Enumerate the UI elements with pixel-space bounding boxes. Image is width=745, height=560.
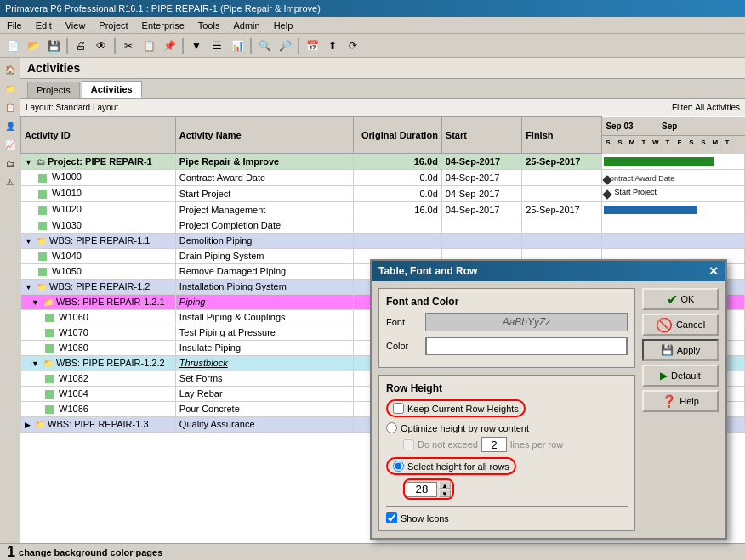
sidebar-wbs-icon[interactable]: 🗂 xyxy=(2,155,19,172)
cell-activity-id: W1030 xyxy=(21,218,176,233)
toolbar-zoom-out-btn[interactable]: 🔎 xyxy=(276,37,294,55)
expand-icon-wbs122[interactable]: ▼ xyxy=(31,359,39,368)
cell-duration xyxy=(354,233,442,248)
help-button[interactable]: ❓ Help xyxy=(642,390,719,412)
expand-icon[interactable]: ▼ xyxy=(25,158,32,167)
toolbar-cut-btn[interactable]: ✂ xyxy=(119,37,138,55)
color-picker-box[interactable] xyxy=(425,337,628,355)
dialog-button-panel: ✔ OK 🚫 Cancel 💾 Apply ▶ Default xyxy=(642,288,719,531)
cell-duration: 0.0d xyxy=(354,185,442,201)
font-input[interactable]: AaBbYyZz xyxy=(425,313,628,331)
keep-current-row-container: Keep Current Row Heights xyxy=(386,399,526,417)
ok-button[interactable]: ✔ OK xyxy=(642,288,719,310)
cell-activity-id: W1000 xyxy=(21,169,176,185)
toolbar-progress-btn[interactable]: ⟳ xyxy=(344,37,362,55)
height-value-input[interactable] xyxy=(407,482,437,497)
menu-enterprise[interactable]: Enterprise xyxy=(139,20,188,31)
expand-icon-wbs121[interactable]: ▼ xyxy=(31,298,39,307)
toolbar-save-btn[interactable]: 💾 xyxy=(44,37,63,55)
cell-gantt xyxy=(602,218,745,233)
tab-activities[interactable]: Activities xyxy=(82,81,142,98)
font-field: Font AaBbYyZz xyxy=(386,313,628,331)
table-row[interactable]: ▼ 🗂 Project: PIPE REPAIR-1 Pipe Repair &… xyxy=(21,153,745,169)
cell-gantt: Start Project xyxy=(602,185,745,201)
sidebar-resource-icon[interactable]: 👤 xyxy=(2,117,19,134)
dialog-close-button[interactable]: ✕ xyxy=(708,264,719,278)
menu-tools[interactable]: Tools xyxy=(195,20,224,31)
toolbar-copy-btn[interactable]: 📋 xyxy=(139,37,158,55)
sidebar-risk-icon[interactable]: ⚠ xyxy=(2,173,19,190)
sidebar-project-icon[interactable]: 📁 xyxy=(2,80,19,97)
menu-admin[interactable]: Admin xyxy=(230,20,263,31)
table-row[interactable]: W1010 Start Project 0.0d 04-Sep-2017 xyxy=(21,185,745,201)
apply-button[interactable]: 💾 Apply xyxy=(642,339,719,361)
tab-projects[interactable]: Projects xyxy=(27,82,80,98)
cell-activity-name: Project Completion Date xyxy=(175,218,353,233)
cell-activity-id: W1080 xyxy=(21,340,176,355)
table-row[interactable]: ▼ 📁 WBS: PIPE REPAIR-1.1 Demolition Pipi… xyxy=(21,233,745,248)
col-header-activity-id: Activity ID xyxy=(21,117,176,154)
toolbar-sep-4 xyxy=(250,38,252,54)
toolbar-preview-btn[interactable]: 👁 xyxy=(92,37,111,55)
cell-finish xyxy=(522,185,602,201)
menu-project[interactable]: Project xyxy=(95,20,131,31)
cell-gantt xyxy=(602,153,745,169)
height-up-btn[interactable]: ▲ xyxy=(439,481,451,489)
filter-label: Filter: All Activities xyxy=(672,103,740,112)
cell-finish xyxy=(522,218,602,233)
default-button[interactable]: ▶ Default xyxy=(642,365,719,387)
menu-help[interactable]: Help xyxy=(270,20,297,31)
show-icons-checkbox[interactable] xyxy=(386,512,397,523)
toolbar-chart-btn[interactable]: 📊 xyxy=(228,37,247,55)
activities-header: Activities xyxy=(20,58,745,79)
show-icons-row: Show Icons xyxy=(386,506,628,523)
toolbar-zoom-in-btn[interactable]: 🔍 xyxy=(255,37,274,55)
cell-start: 04-Sep-2017 xyxy=(441,169,521,185)
height-down-btn[interactable]: ▼ xyxy=(439,489,451,497)
table-row[interactable]: W1030 Project Completion Date xyxy=(21,218,745,233)
cell-activity-id: W1010 xyxy=(21,185,176,201)
optimize-radio[interactable] xyxy=(386,422,397,433)
toolbar-level-btn[interactable]: ⬆ xyxy=(323,37,342,55)
cell-activity-id: W1060 xyxy=(21,309,176,325)
toolbar-sep-3 xyxy=(182,38,184,54)
status-number: 1 xyxy=(7,543,15,560)
expand-icon-wbs1[interactable]: ▼ xyxy=(25,237,32,246)
toolbar: 📄 📂 💾 🖨 👁 ✂ 📋 📌 ▼ ☰ 📊 🔍 🔎 📅 ⬆ ⟳ xyxy=(0,34,745,58)
status-bar: 1 change background color pages xyxy=(0,543,745,560)
toolbar-new-btn[interactable]: 📄 xyxy=(3,37,22,55)
col-header-start: Start xyxy=(441,117,521,154)
toolbar-schedule-btn[interactable]: 📅 xyxy=(303,37,321,55)
table-row[interactable]: W1020 Project Management 16.0d 04-Sep-20… xyxy=(21,201,745,218)
keep-current-checkbox[interactable] xyxy=(393,403,404,414)
toolbar-print-btn[interactable]: 🖨 xyxy=(71,37,90,55)
expand-icon-wbs12[interactable]: ▼ xyxy=(25,283,32,291)
cell-duration: 16.0d xyxy=(354,153,442,169)
toolbar-paste-btn[interactable]: 📌 xyxy=(160,37,179,55)
menu-edit[interactable]: Edit xyxy=(32,20,55,31)
toolbar-filter-btn[interactable]: ▼ xyxy=(187,37,206,55)
cell-activity-name: Set Forms xyxy=(175,371,353,386)
toolbar-layout-btn[interactable]: ☰ xyxy=(208,37,226,55)
sidebar-activity-icon[interactable]: 📋 xyxy=(2,99,19,116)
menu-file[interactable]: File xyxy=(3,20,26,31)
sidebar-report-icon[interactable]: 📈 xyxy=(2,136,19,153)
menu-view[interactable]: View xyxy=(62,20,89,31)
table-row[interactable]: W1000 Contract Award Date 0.0d 04-Sep-20… xyxy=(21,169,745,185)
cell-start: 04-Sep-2017 xyxy=(441,185,521,201)
cell-activity-name: Test Piping at Pressure xyxy=(175,325,353,340)
cell-activity-name: Project Management xyxy=(175,201,353,218)
cell-activity-name: Pipe Repair & Improve xyxy=(175,153,353,169)
cell-activity-id: W1050 xyxy=(21,263,176,279)
ok-label: OK xyxy=(681,294,695,304)
status-text: change background color pages xyxy=(19,547,162,557)
apply-icon: 💾 xyxy=(661,344,674,356)
toolbar-open-btn[interactable]: 📂 xyxy=(24,37,43,55)
sidebar-home-icon[interactable]: 🏠 xyxy=(2,61,19,78)
cancel-button[interactable]: 🚫 Cancel xyxy=(642,314,719,336)
cell-activity-name: Pour Concrete xyxy=(175,401,353,416)
cell-gantt: Contract Award Date xyxy=(602,169,745,185)
select-height-radio[interactable] xyxy=(393,461,404,472)
expand-icon-wbs13[interactable]: ▶ xyxy=(25,421,31,429)
cell-activity-name: Drain Piping System xyxy=(175,248,353,263)
